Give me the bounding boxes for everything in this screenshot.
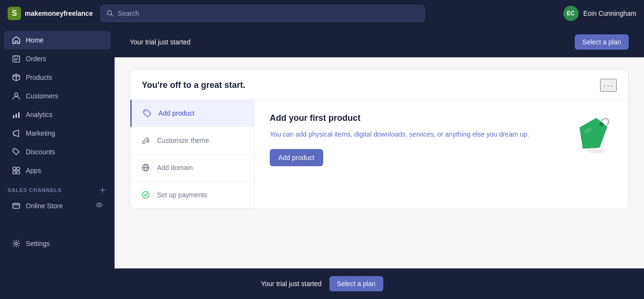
sidebar: Home Orders Products [0,27,115,268]
svg-rect-3 [13,115,14,118]
svg-rect-9 [13,171,16,174]
avatar[interactable]: EC [563,6,579,21]
shopify-icon: S [8,7,21,20]
content-area: You're off to a great start. ··· [115,57,644,268]
globe-icon [140,162,151,173]
svg-point-13 [98,204,100,206]
sidebar-item-home[interactable]: Home [4,31,111,49]
svg-point-2 [15,93,18,96]
search-input[interactable] [118,10,419,17]
main-content: Your trial just started Select a plan Yo… [115,27,644,268]
svg-rect-4 [16,114,17,118]
customers-icon [11,91,21,101]
store-name: makemoneyfreelance [25,10,93,17]
step-add-product[interactable]: Add product [130,100,254,127]
svg-point-19 [587,148,606,153]
sidebar-item-settings[interactable]: Settings [4,235,111,253]
products-icon [11,73,21,82]
step-customize-theme[interactable]: Customize theme [130,127,254,154]
sidebar-item-apps[interactable]: Apps [4,161,111,180]
product-illustration [570,113,613,156]
trial-message-bottom: Your trial just started [261,280,321,288]
user-area: EC Eoin Cunningham [563,6,636,21]
add-sales-channel-button[interactable] [98,186,107,194]
top-nav: S makemoneyfreelance EC Eoin Cunningham [0,0,644,27]
check-circle-icon [140,189,151,201]
card-title: You're off to a great start. [142,80,245,90]
marketing-icon [11,128,21,138]
sidebar-item-orders[interactable]: Orders [4,50,111,68]
add-product-button[interactable]: Add product [270,149,323,166]
sidebar-item-marketing[interactable]: Marketing [4,124,111,142]
online-store-icon [11,201,21,211]
sidebar-item-analytics[interactable]: Analytics [4,106,111,124]
svg-point-14 [15,243,18,245]
tag-icon [141,107,153,119]
card-header: You're off to a great start. ··· [130,69,628,100]
svg-point-6 [14,150,15,151]
bottom-banner: Your trial just started Select a plan [0,268,644,299]
step-detail: Add your first product You can add physi… [254,100,628,209]
sidebar-item-discounts[interactable]: Discounts [4,143,111,161]
svg-point-18 [142,192,149,198]
step-detail-description: You can add physical items, digital down… [270,129,555,139]
brand-logo[interactable]: S makemoneyfreelance [8,7,93,20]
svg-point-15 [145,111,146,112]
great-start-card: You're off to a great start. ··· [130,69,629,209]
orders-icon [11,54,21,64]
svg-point-20 [600,122,603,126]
svg-rect-8 [17,167,20,170]
sidebar-item-customers[interactable]: Customers [4,87,111,105]
paint-icon [140,135,151,146]
apps-icon [11,166,21,175]
select-plan-button-top[interactable]: Select a plan [575,34,629,50]
step-detail-title: Add your first product [270,113,555,123]
trial-message-top: Your trial just started [130,38,190,46]
trial-banner-top: Your trial just started Select a plan [115,27,644,57]
steps-list: Add product Customize theme [130,100,254,209]
eye-icon[interactable] [95,201,103,211]
step-set-up-payments[interactable]: Set up payments [130,182,254,209]
sidebar-item-online-store[interactable]: Online Store [4,197,111,215]
sales-channels-header: SALES CHANNELS [0,180,115,196]
settings-icon [11,239,21,248]
search-bar[interactable] [100,5,425,22]
online-store-label-area: Online Store [11,201,63,211]
select-plan-button-bottom[interactable]: Select a plan [329,276,383,291]
step-add-domain[interactable]: Add domain [130,154,254,182]
more-options-button[interactable]: ··· [600,79,617,92]
home-icon [11,35,21,45]
step-detail-content: Add your first product You can add physi… [270,113,555,166]
layout: Home Orders Products [0,27,644,268]
svg-rect-5 [18,112,20,118]
analytics-icon [11,110,21,119]
search-icon [106,10,114,17]
sidebar-item-products[interactable]: Products [4,68,111,86]
card-body: Add product Customize theme [130,100,628,209]
svg-point-12 [96,203,102,207]
svg-rect-10 [17,171,20,174]
svg-rect-7 [13,167,16,170]
user-name: Eoin Cunningham [583,10,636,17]
discounts-icon [11,147,21,157]
svg-rect-11 [13,203,20,208]
